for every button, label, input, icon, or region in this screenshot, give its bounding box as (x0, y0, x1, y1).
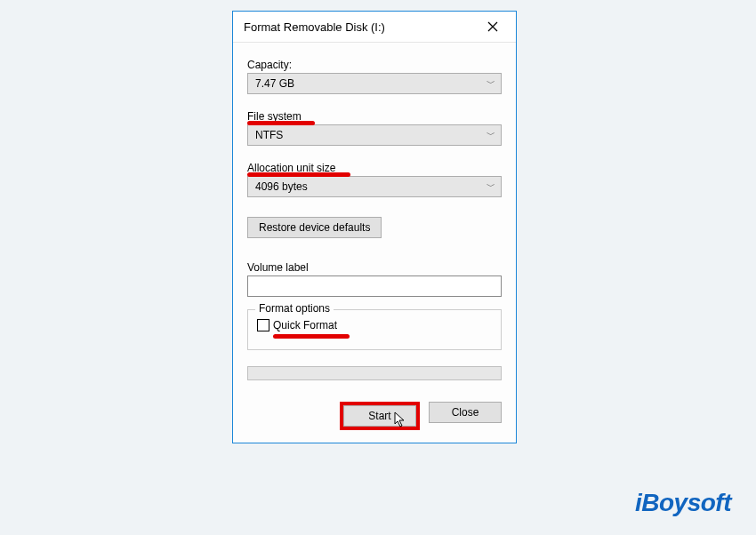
filesystem-label: File system (247, 110, 302, 123)
format-options-group: Format options Quick Format (247, 309, 502, 350)
progress-bar (247, 366, 502, 380)
close-icon[interactable] (479, 17, 507, 36)
chevron-down-icon: ﹀ (487, 180, 495, 193)
chevron-down-icon: ﹀ (487, 129, 495, 141)
allocation-label: Allocation unit size (247, 162, 335, 174)
checkbox-icon[interactable] (257, 319, 269, 331)
format-options-legend: Format options (255, 302, 334, 315)
close-button[interactable]: Close (429, 402, 502, 423)
volume-label-input[interactable] (247, 275, 502, 297)
watermark-logo: iBoysoft (635, 489, 731, 517)
capacity-label: Capacity: (247, 59, 292, 71)
restore-defaults-button[interactable]: Restore device defaults (247, 217, 382, 238)
chevron-down-icon: ﹀ (487, 77, 495, 90)
filesystem-value: NTFS (255, 129, 283, 141)
dialog-button-row: Start Close (247, 402, 502, 430)
cursor-icon (394, 411, 406, 427)
format-dialog: Format Removable Disk (I:) Capacity: 7.4… (232, 11, 517, 443)
dialog-body: Capacity: 7.47 GB ﹀ File system NTFS ﹀ A… (233, 43, 516, 443)
capacity-value: 7.47 GB (255, 77, 294, 90)
allocation-dropdown[interactable]: 4096 bytes ﹀ (247, 176, 502, 197)
filesystem-dropdown[interactable]: NTFS ﹀ (247, 124, 502, 146)
allocation-value: 4096 bytes (255, 180, 308, 193)
capacity-dropdown[interactable]: 7.47 GB ﹀ (247, 73, 502, 94)
quick-format-checkbox-row[interactable]: Quick Format (257, 319, 492, 331)
dialog-title: Format Removable Disk (I:) (244, 20, 385, 34)
volume-label-label: Volume label (247, 261, 309, 274)
quick-format-label: Quick Format (273, 319, 337, 331)
titlebar: Format Removable Disk (I:) (233, 12, 516, 43)
start-button[interactable]: Start (343, 405, 416, 427)
